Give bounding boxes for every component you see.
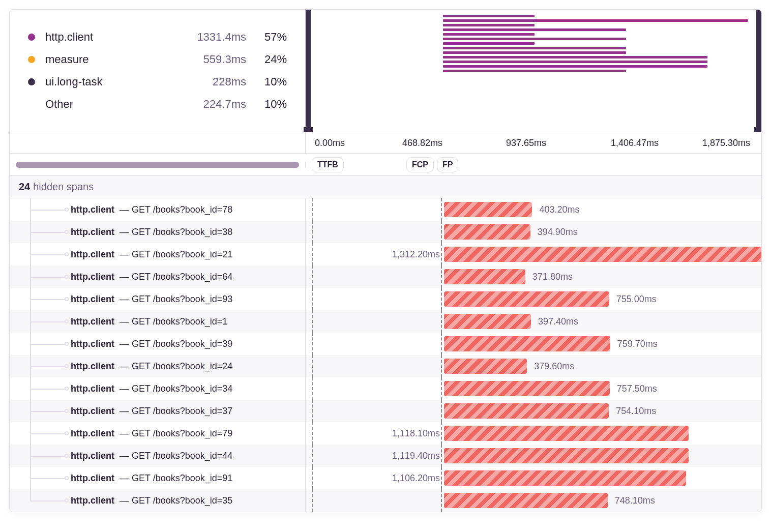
span-row[interactable]: http.client—GET /books?book_id=1397.40ms (10, 310, 761, 333)
span-row[interactable]: http.client—GET /books?book_id=35748.10m… (10, 489, 761, 512)
span-right: 1,312.20ms (306, 243, 761, 265)
legend-row[interactable]: Other224.7ms10% (28, 93, 287, 115)
tree-dot-icon (65, 364, 69, 368)
tree-line (30, 467, 71, 489)
span-desc: GET /books?book_id=21 (132, 249, 232, 260)
span-row[interactable]: http.client—GET /books?book_id=78403.20m… (10, 198, 761, 221)
span-duration: 1,119.40ms (392, 451, 440, 461)
duration-bar[interactable] (444, 269, 525, 284)
tree-dot-icon (65, 208, 69, 212)
legend-row[interactable]: measure559.3ms24% (28, 48, 287, 71)
tree-dot-icon (65, 230, 69, 234)
span-left: http.client—GET /books?book_id=44 (10, 445, 306, 467)
dashed-guide (441, 377, 442, 400)
mini-timeline[interactable] (306, 10, 761, 132)
dash: — (120, 227, 129, 238)
span-desc: GET /books?book_id=37 (132, 406, 232, 417)
span-row[interactable]: http.client—GET /books?book_id=441,119.4… (10, 445, 761, 467)
span-duration: 394.90ms (538, 227, 578, 238)
duration-bar[interactable] (444, 224, 530, 240)
hidden-spans-row[interactable]: 24 hidden spans (10, 176, 761, 198)
span-list: http.client—GET /books?book_id=78403.20m… (10, 198, 761, 512)
duration-bar[interactable] (444, 470, 686, 486)
duration-bar[interactable] (444, 247, 761, 262)
dash: — (120, 361, 129, 372)
tree-dot-icon (65, 476, 69, 480)
scrollbar-track[interactable] (16, 162, 299, 168)
span-op: http.client (71, 473, 114, 484)
duration-bar[interactable] (444, 403, 609, 419)
span-right: 394.90ms (306, 221, 761, 243)
span-row[interactable]: http.client—GET /books?book_id=39759.70m… (10, 333, 761, 355)
dashed-guide (312, 310, 313, 333)
dashed-guide (441, 310, 442, 333)
dash: — (120, 339, 129, 349)
legend-ms: 224.7ms (180, 93, 246, 115)
tree-line (30, 400, 71, 422)
span-left: http.client—GET /books?book_id=34 (10, 377, 306, 400)
duration-bar[interactable] (444, 493, 608, 508)
legend: http.client1331.4ms57%measure559.3ms24%u… (10, 10, 306, 132)
span-left: http.client—GET /books?book_id=39 (10, 333, 306, 355)
span-row[interactable]: http.client—GET /books?book_id=64371.80m… (10, 265, 761, 288)
legend-pct: 10% (246, 93, 287, 115)
span-duration: 371.80ms (532, 272, 573, 282)
dash: — (120, 428, 129, 439)
duration-bar[interactable] (444, 426, 689, 441)
dashed-guide (312, 422, 313, 445)
span-left: http.client—GET /books?book_id=91 (10, 467, 306, 489)
span-duration: 754.10ms (616, 406, 656, 417)
trace-panel: http.client1331.4ms57%measure559.3ms24%u… (9, 9, 762, 512)
legend-row[interactable]: http.client1331.4ms57% (28, 26, 287, 48)
duration-bar[interactable] (444, 381, 610, 396)
span-desc: GET /books?book_id=79 (132, 428, 232, 439)
range-handle-right[interactable] (756, 10, 761, 132)
span-row[interactable]: http.client—GET /books?book_id=93755.00m… (10, 288, 761, 310)
span-row[interactable]: http.client—GET /books?book_id=34757.50m… (10, 377, 761, 400)
span-right: 403.20ms (306, 198, 761, 221)
span-op: http.client (71, 383, 114, 394)
span-desc: GET /books?book_id=34 (132, 383, 232, 394)
span-row[interactable]: http.client—GET /books?book_id=911,106.2… (10, 467, 761, 489)
span-op: http.client (71, 294, 114, 305)
span-duration: 748.10ms (615, 495, 655, 506)
axis-tick: 937.65ms (506, 137, 546, 148)
marker-chip-ttfb[interactable]: TTFB (312, 157, 344, 172)
span-desc: GET /books?book_id=78 (132, 204, 232, 215)
tree-dot-icon (65, 454, 69, 458)
span-op: http.client (71, 428, 114, 439)
axis-tick: 1,406.47ms (611, 137, 659, 148)
duration-bar[interactable] (444, 359, 527, 374)
dashed-guide (312, 265, 313, 288)
dashed-guide (441, 445, 442, 467)
span-right: 397.40ms (306, 310, 761, 333)
span-row[interactable]: http.client—GET /books?book_id=211,312.2… (10, 243, 761, 265)
span-op: http.client (71, 339, 114, 349)
legend-label: Other (45, 93, 180, 115)
top-section: http.client1331.4ms57%measure559.3ms24%u… (10, 10, 761, 132)
span-row[interactable]: http.client—GET /books?book_id=38394.90m… (10, 221, 761, 243)
duration-bar[interactable] (444, 291, 609, 307)
span-row[interactable]: http.client—GET /books?book_id=24379.60m… (10, 355, 761, 377)
duration-bar[interactable] (444, 448, 689, 463)
marker-chip-fcp[interactable]: FCP (406, 157, 434, 172)
tree-line (30, 198, 71, 221)
span-duration: 379.60ms (534, 361, 574, 372)
range-handle-left[interactable] (306, 10, 311, 132)
duration-bar[interactable] (444, 202, 532, 217)
span-right: 755.00ms (306, 288, 761, 310)
legend-dot-icon (28, 78, 35, 85)
span-op: http.client (71, 451, 114, 461)
span-row[interactable]: http.client—GET /books?book_id=791,118.1… (10, 422, 761, 445)
span-desc: GET /books?book_id=35 (132, 495, 232, 506)
duration-bar[interactable] (444, 314, 531, 329)
dash: — (120, 272, 129, 282)
span-duration: 757.50ms (617, 383, 657, 394)
tree-line (30, 310, 71, 333)
marker-chip-fp[interactable]: FP (437, 157, 458, 172)
legend-row[interactable]: ui.long-task228ms10% (28, 71, 287, 93)
span-row[interactable]: http.client—GET /books?book_id=37754.10m… (10, 400, 761, 422)
duration-bar[interactable] (444, 336, 610, 351)
span-op: http.client (71, 316, 114, 327)
tree-line (30, 445, 71, 467)
